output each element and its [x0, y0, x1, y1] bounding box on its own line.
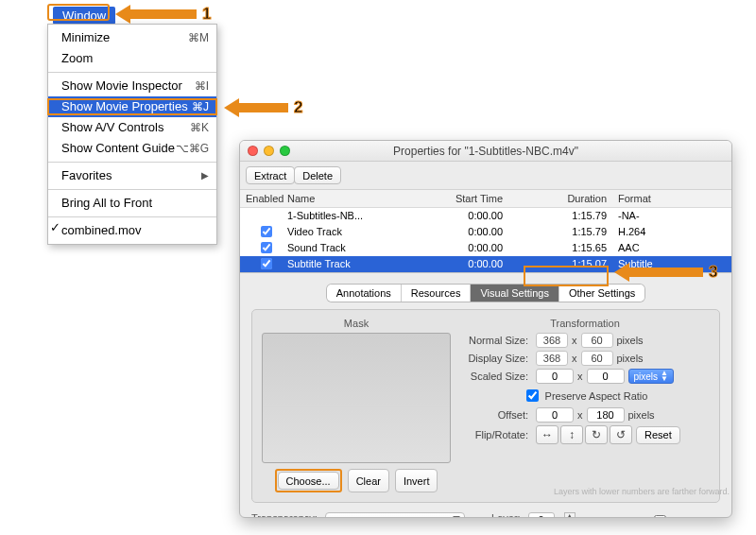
track-table: Enabled Name Start Time Duration Format … [240, 189, 731, 273]
normal-width: 368 [536, 333, 568, 348]
menu-content-guide[interactable]: Show Content Guide ⌥⌘G [48, 138, 216, 159]
arrow-1-head [115, 5, 130, 24]
col-start[interactable]: Start Time [410, 190, 514, 207]
offset-y-input[interactable] [587, 407, 625, 423]
menu-properties[interactable]: Show Movie Properties ⌘J [48, 96, 216, 117]
tab-annotations[interactable]: Annotations [327, 285, 402, 302]
display-size-label: Display Size: [460, 353, 528, 364]
transformation-section: Transformation Normal Size: 368 x 60 pix… [460, 318, 710, 492]
mask-title: Mask [262, 318, 451, 329]
layer-note: Layers with lower numbers are farther fo… [554, 487, 730, 496]
pixels-label: pixels [617, 353, 644, 364]
callout-number-3: 3 [709, 263, 717, 282]
x-label: x [577, 409, 583, 421]
flip-rotate-label: Flip/Rotate: [460, 429, 528, 440]
offset-x-input[interactable] [536, 407, 574, 423]
menu-separator [48, 72, 216, 73]
fmt-cell: H.264 [618, 224, 726, 240]
tab-other-settings[interactable]: Other Settings [559, 285, 644, 302]
choose-button[interactable]: Choose... [278, 472, 339, 490]
menu-minimize-shortcut: ⌘M [188, 29, 209, 46]
rotate-ccw-button[interactable]: ↺ [610, 425, 632, 444]
menu-favorites-label: Favorites [61, 167, 112, 184]
menu-zoom[interactable]: Zoom [48, 48, 216, 69]
flip-horizontal-button[interactable]: ↔ [536, 425, 558, 444]
tab-visual-settings[interactable]: Visual Settings [471, 285, 559, 302]
name-cell: Sound Track [287, 240, 410, 256]
col-duration[interactable]: Duration [514, 190, 618, 207]
unit-popup[interactable]: pixels ▲▼ [628, 369, 675, 384]
titlebar[interactable]: Properties for "1-Subtitles-NBC.m4v" [240, 141, 731, 162]
dur-cell: 1:15.07 [514, 256, 618, 272]
delete-button[interactable]: Delete [294, 166, 341, 184]
x-label: x [572, 335, 577, 346]
menu-separator [48, 189, 216, 190]
name-cell: Video Track [287, 224, 410, 240]
transparency-label: Transparency: [251, 512, 318, 518]
properties-window: Properties for "1-Subtitles-NBC.m4v" Ext… [239, 140, 732, 518]
dur-cell: 1:15.79 [514, 224, 618, 240]
fmt-cell: AAC [618, 240, 726, 256]
callout-number-1: 1 [202, 5, 211, 24]
flip-vertical-button[interactable]: ↕ [560, 425, 583, 444]
offset-label: Offset: [460, 409, 528, 421]
dur-cell: 1:15.65 [514, 240, 618, 256]
layer-input[interactable] [528, 512, 555, 518]
enabled-checkbox[interactable] [261, 242, 272, 253]
menu-zoom-label: Zoom [61, 50, 93, 67]
high-quality-checkbox[interactable] [654, 515, 666, 518]
table-row[interactable]: Video Track 0:00.00 1:15.79 H.264 [240, 224, 731, 240]
preserve-aspect-label: Preserve Aspect Ratio [545, 390, 648, 402]
scaled-size-label: Scaled Size: [460, 371, 528, 382]
arrow-2-head [224, 98, 239, 117]
menu-inspector[interactable]: Show Movie Inspector ⌘I [48, 76, 216, 96]
stepper-up-icon[interactable]: ▲ [564, 512, 576, 518]
menu-av-controls[interactable]: Show A/V Controls ⌘K [48, 117, 216, 138]
col-name[interactable]: Name [287, 190, 410, 207]
start-cell: 0:00.00 [410, 208, 514, 224]
menu-av-label: Show A/V Controls [61, 119, 163, 136]
mask-well[interactable] [262, 333, 451, 463]
rotate-cw-button[interactable]: ↻ [585, 425, 608, 444]
preserve-aspect-checkbox[interactable] [526, 389, 539, 402]
tab-resources[interactable]: Resources [402, 285, 472, 302]
reset-button[interactable]: Reset [636, 426, 680, 444]
menu-properties-shortcut: ⌘J [192, 98, 209, 115]
table-row[interactable]: 1-Subtitles-NB... 0:00.00 1:15.79 -NA- [240, 208, 731, 224]
menu-properties-label: Show Movie Properties [61, 98, 188, 115]
transformation-title: Transformation [460, 318, 710, 329]
arrow-3-shaft [629, 268, 703, 277]
check-icon: ✓ [50, 220, 60, 234]
tab-segmented-control: Annotations Resources Visual Settings Ot… [327, 285, 645, 302]
enabled-checkbox[interactable] [261, 258, 272, 269]
popup-arrows-icon: ▲▼ [661, 371, 668, 382]
invert-button[interactable]: Invert [395, 469, 438, 492]
table-row[interactable]: Sound Track 0:00.00 1:15.65 AAC [240, 240, 731, 256]
clear-button[interactable]: Clear [348, 469, 389, 492]
col-format[interactable]: Format [618, 190, 726, 207]
mask-section: Mask Choose... Clear Invert [262, 318, 451, 492]
menubar-window[interactable]: Window [53, 7, 115, 25]
col-enabled[interactable]: Enabled [246, 190, 287, 207]
menu-minimize-label: Minimize [61, 29, 110, 46]
window-menu: Minimize ⌘M Zoom Show Movie Inspector ⌘I… [47, 24, 217, 245]
scaled-height-input[interactable] [587, 369, 625, 384]
transparency-popup[interactable]: Premultiplied Black Alpha [325, 512, 465, 518]
x-label: x [577, 371, 583, 382]
enabled-checkbox[interactable] [261, 226, 272, 237]
arrow-3-head [614, 263, 629, 282]
arrow-1-shaft [130, 9, 197, 19]
menu-bring-front[interactable]: Bring All to Front [48, 193, 216, 214]
scaled-width-input[interactable] [536, 369, 574, 384]
menu-favorites[interactable]: Favorites ▶ [48, 165, 216, 186]
menu-bring-label: Bring All to Front [61, 195, 152, 212]
layer-label: Layer: [491, 512, 521, 518]
x-label: x [572, 353, 577, 364]
menu-doc-combined[interactable]: combined.mov [48, 220, 216, 241]
menu-inspector-shortcut: ⌘I [195, 78, 209, 95]
layer-stepper[interactable]: ▲▼ [564, 512, 576, 518]
extract-button[interactable]: Extract [246, 166, 295, 184]
menu-minimize[interactable]: Minimize ⌘M [48, 27, 216, 48]
window-title: Properties for "1-Subtitles-NBC.m4v" [240, 145, 731, 158]
name-cell: 1-Subtitles-NB... [287, 208, 410, 224]
